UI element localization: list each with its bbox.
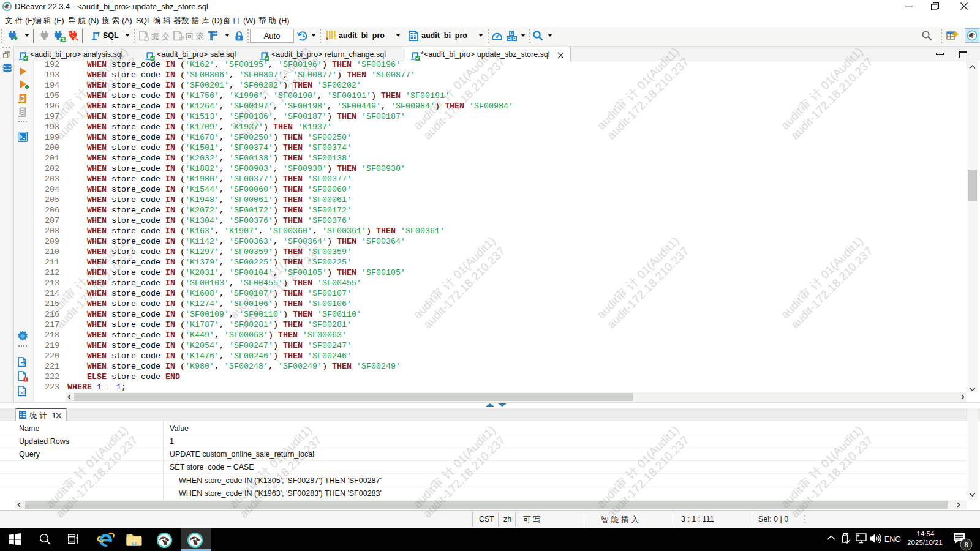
svg-text:8: 8 <box>964 541 968 549</box>
svg-text:(x): (x) <box>19 390 24 395</box>
